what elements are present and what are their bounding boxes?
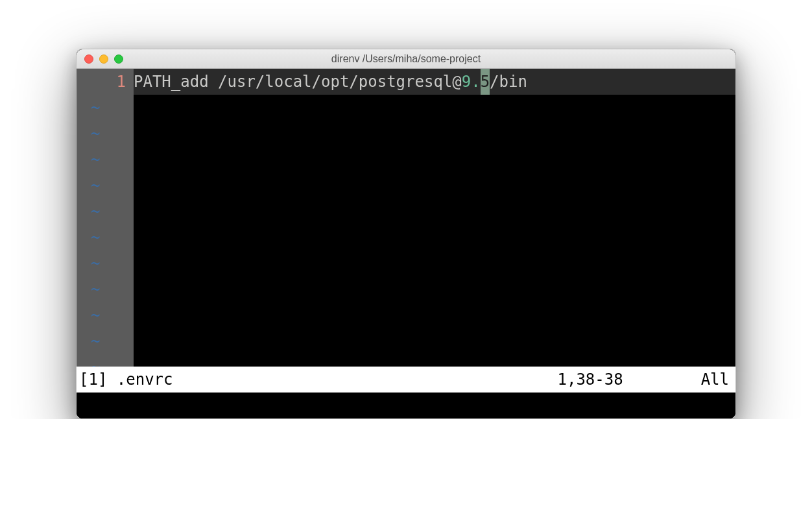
code-number-dot: .: [471, 69, 480, 95]
maximize-icon[interactable]: [114, 54, 123, 64]
window-title: direnv /Users/miha/some-project: [77, 53, 735, 65]
empty-line-tilde: ~: [77, 276, 134, 302]
code-area[interactable]: PATH_add /usr/local/opt/postgresql@9.5/b…: [134, 69, 735, 367]
empty-line-tilde: ~: [77, 250, 134, 276]
editor-area[interactable]: 1 ~~~~~~~~~~~ PATH_add /usr/local/opt/po…: [77, 69, 735, 367]
cursor: 5: [481, 69, 490, 95]
status-scroll: All: [701, 370, 733, 389]
code-number: 9: [462, 69, 471, 95]
terminal-window: direnv /Users/miha/some-project 1 ~~~~~~…: [76, 49, 736, 419]
minimize-icon[interactable]: [99, 54, 108, 64]
close-icon[interactable]: [84, 54, 93, 64]
command-line-area[interactable]: [77, 393, 735, 418]
empty-line-tilde: ~: [77, 95, 134, 121]
empty-line-tilde: ~: [77, 199, 134, 224]
gutter: 1 ~~~~~~~~~~~: [77, 69, 134, 367]
code-line[interactable]: PATH_add /usr/local/opt/postgresql@9.5/b…: [134, 69, 735, 95]
empty-line-tilde: ~: [77, 147, 134, 173]
empty-line-tilde: ~: [77, 302, 134, 328]
status-filename: [1] .envrc: [79, 370, 173, 389]
titlebar[interactable]: direnv /Users/miha/some-project: [77, 49, 735, 69]
code-text: PATH_add /usr/local/opt/postgresql@: [134, 69, 462, 95]
empty-line-tilde: ~: [77, 173, 134, 199]
empty-line-tilde: ~: [77, 328, 134, 354]
status-bar: [1] .envrc 1,38-38 All: [77, 367, 735, 393]
line-number: 1: [77, 69, 134, 95]
traffic-lights: [77, 54, 123, 64]
code-text-suffix: /bin: [490, 69, 527, 95]
empty-line-tilde: ~: [77, 224, 134, 250]
status-position: 1,38-38: [557, 370, 700, 389]
empty-line-tilde: ~: [77, 121, 134, 147]
